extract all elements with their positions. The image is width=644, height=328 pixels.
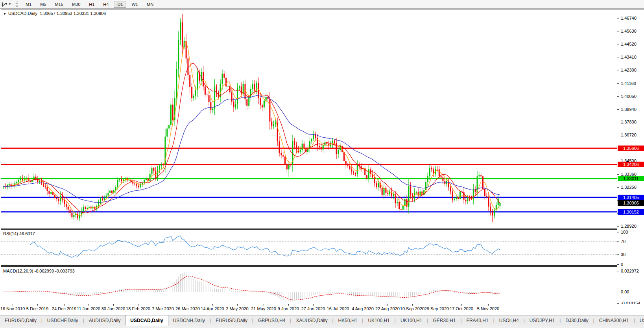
symbol-tab-eurusd[interactable]: EURUSD,Daily [0,315,41,326]
macd-canvas[interactable] [1,267,617,304]
chart-window: ▼USDCAD,Daily 1.30657 1.30953 1.30331 1.… [1,9,644,304]
date-label: 27 Jun 2020 [301,306,325,311]
price-line-flag: 1.30152 [618,209,644,215]
price-tick-label: 1.44520 [617,42,644,47]
candlestick-chart-icon [2,2,7,7]
date-tick-mark [13,304,13,306]
symbol-tab-usdcad[interactable]: USDCAD,Daily [125,315,168,326]
date-tick-mark [412,304,413,306]
bottom-strip [0,326,644,328]
timeframe-button-w1[interactable]: W1 [128,1,142,8]
symbol-tab-uk100[interactable]: UK100,H1 [363,315,394,326]
chart-title-symbol: USDCAD,Daily [8,11,37,16]
date-label: 22 Aug 2020 [375,306,400,311]
date-label: 10 Sep 2020 [400,306,424,311]
sma-10-line [4,63,500,213]
timeframe-button-mn[interactable]: MN [143,1,157,8]
date-tick-mark [89,304,89,306]
date-tick-mark [388,304,388,306]
macd-panel[interactable]: MACD(12,26,9) -0.002999 -0.003793 [1,267,617,304]
rsi-panel[interactable]: RSI(14) 46.6017 [1,230,617,265]
symbol-tab-dj30[interactable]: DJ30,Daily [561,315,593,326]
macd-tick-label: 0.00 [617,289,644,295]
timeframe-button-h1[interactable]: H1 [85,1,98,8]
date-tick-mark [461,304,462,306]
date-tick-mark [437,304,437,306]
toolbar-grip [16,2,18,7]
price-tick-label: 1.46740 [617,16,644,21]
date-tick-mark [288,304,289,306]
price-axis[interactable]: 1.467401.456301.445201.434101.423001.411… [617,9,644,304]
price-tick-label: 1.41160 [617,81,644,86]
rsi-canvas[interactable] [1,230,617,265]
timeframe-button-m1[interactable]: M1 [22,1,35,8]
rsi-tick-label: 30 [617,252,644,257]
date-tick-mark [212,304,213,306]
date-tick-mark [64,304,65,306]
date-label: 2 May 2020 [226,306,248,311]
date-tick-mark [37,304,38,306]
symbol-tab-uk100[interactable]: UK100,H1 [396,315,427,326]
date-tick-mark [338,304,338,306]
date-label: 29 Sep 2020 [424,306,449,311]
date-label: 11 Jan 2020 [77,306,100,311]
timeframe-button-m15[interactable]: M15 [51,1,66,8]
price-line-flag: 1.30906 [618,200,644,206]
rsi-tick-label: 70 [617,239,644,244]
symbol-tab-usoil[interactable]: USOil,H1 [635,315,644,326]
symbol-tab-gbpusd[interactable]: GBPUSD,H4 [253,315,290,326]
symbol-tab-eurusd[interactable]: EURUSD,Daily [211,315,252,326]
price-tick-label: 1.43410 [617,55,644,60]
timeframe-button-d1[interactable]: D1 [114,1,126,8]
price-tick-label: 1.42300 [617,68,644,73]
date-label: 9 Jun 2020 [278,306,299,311]
date-tick-mark [188,304,188,306]
date-label: 7 Mar 2020 [152,306,174,311]
date-label: 17 Oct 2020 [450,306,473,311]
symbol-tab-usdcnh[interactable]: USDCNH,Daily [168,315,210,326]
macd-tick-label: 0.032972 [617,269,644,274]
price-tick-label: 1.37830 [617,120,644,125]
timeframe-button-m30[interactable]: M30 [68,1,84,8]
symbol-tab-china300[interactable]: CHINA300,H1 [594,315,634,326]
chart-tab-bar: EURUSD,Daily|USDCHF,Daily|AUDUSD,DailyUS… [0,315,644,326]
date-tick-mark [138,304,138,306]
chart-title-ohlc: 1.30657 1.30953 1.30331 1.30906 [40,11,106,16]
support-resistance-lines [1,148,617,212]
main-price-panel[interactable]: ▼USDCAD,Daily 1.30657 1.30953 1.30331 1.… [1,9,617,228]
chart-type-icon[interactable] [0,1,8,7]
rsi-tick-label: 0 [617,262,644,267]
chart-type-dropdown-icon[interactable]: ▼ [8,2,11,6]
chart-plot-area[interactable]: ▼USDCAD,Daily 1.30657 1.30953 1.30331 1.… [1,9,617,304]
date-label: 16 Nov 2019 [0,306,25,311]
timeframe-button-m5[interactable]: M5 [37,1,50,8]
date-tick-mark [113,304,114,306]
price-tick-label: 1.45630 [617,29,644,34]
symbol-tab-usdchf[interactable]: USDCHF,Daily [42,315,83,326]
date-axis[interactable]: 16 Nov 20195 Dec 201924 Dec 201911 Jan 2… [1,304,644,315]
date-tick-mark [163,304,163,306]
price-line-flag: 1.31405 [618,195,644,200]
rsi-tick-label: 100 [617,230,644,235]
symbol-dropdown-icon[interactable]: ▼ [3,12,6,16]
date-label: 30 Jan 2020 [101,306,125,311]
symbol-tab-xauusd[interactable]: XAUUSD,Daily [291,315,332,326]
timeframe-buttons: M1M5M15M30H1H4D1W1MN [21,2,158,7]
date-tick-mark [237,304,238,306]
symbol-tab-audusd[interactable]: AUDUSD,Daily [84,315,125,326]
symbol-tab-fra40[interactable]: FRA40,H1 [462,315,493,326]
date-tick-mark [264,304,264,306]
symbol-tab-hk50[interactable]: HK50,H1 [334,315,362,326]
date-tick-mark [313,304,314,306]
date-label: 5 Nov 2020 [477,306,499,311]
price-line-flag: 1.33011 [618,176,644,181]
price-tick-label: 1.28920 [617,224,644,229]
symbol-tab-ger30[interactable]: GER30,H1 [428,315,460,326]
date-label: 5 Dec 2019 [26,306,48,311]
timeframe-button-h4[interactable]: H4 [100,1,112,8]
date-tick-mark [488,304,489,306]
symbol-tab-usoil[interactable]: USOil,H4 [495,315,524,326]
price-line-flag: 1.35606 [618,146,644,151]
symbol-tab-usdjpy[interactable]: USDJPY,H1 [525,315,559,326]
candlestick-canvas[interactable] [1,9,617,228]
